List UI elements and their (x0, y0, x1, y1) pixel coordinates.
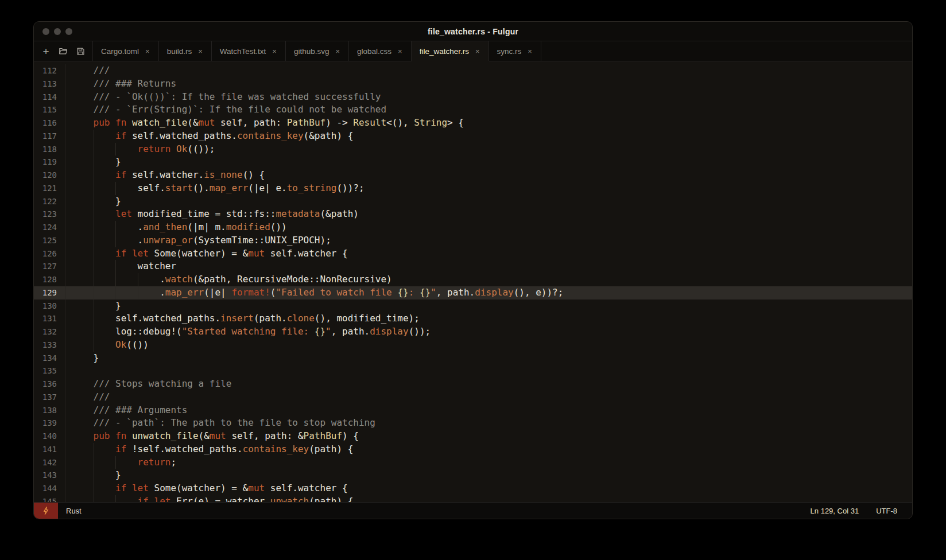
code-line[interactable]: 118 return Ok(()); (34, 143, 912, 156)
code-text: if self.watched_paths.contains_key(&path… (65, 130, 912, 143)
indent-guide (94, 234, 94, 247)
code-text: /// - `path`: The path to the file to st… (65, 417, 912, 430)
tab-build.rs[interactable]: build.rs× (159, 41, 212, 61)
line-number: 112 (34, 64, 65, 77)
indent-guide (94, 469, 94, 482)
indent-guide (94, 273, 94, 286)
code-line[interactable]: 141 if !self.watched_paths.contains_key(… (34, 443, 912, 456)
code-area[interactable]: 112 ///113 /// ### Returns114 /// - `Ok(… (34, 61, 912, 502)
save-icon (76, 47, 85, 56)
tab-close-icon[interactable]: × (145, 47, 150, 56)
close-window-button[interactable] (42, 28, 49, 35)
code-line[interactable]: 131 self.watched_paths.insert(path.clone… (34, 312, 912, 325)
code-line[interactable]: 132 log::debug!("Started watching file: … (34, 325, 912, 339)
tab-label: Cargo.toml (101, 47, 139, 56)
code-line[interactable]: 126 if let Some(watcher) = &mut self.wat… (34, 247, 912, 260)
tab-close-icon[interactable]: × (527, 47, 533, 56)
code-text: if let Some(watcher) = &mut self.watcher… (65, 482, 912, 495)
code-line[interactable]: 137 /// (34, 391, 912, 404)
code-line[interactable]: 134 } (34, 352, 912, 365)
code-line[interactable]: 136 /// Stops watching a file (34, 378, 912, 391)
new-tab-button[interactable]: + (37, 41, 55, 61)
line-number: 114 (34, 91, 65, 104)
code-line[interactable]: 119 } (34, 155, 912, 169)
tab-Cargo.toml[interactable]: Cargo.toml× (93, 41, 159, 61)
lightning-icon (41, 506, 51, 515)
language-badge[interactable] (34, 503, 58, 519)
cursor-position[interactable]: Ln 129, Col 31 (811, 507, 859, 515)
code-text: /// - `Ok(())`: If the file was watched … (65, 91, 912, 104)
tab-close-icon[interactable]: × (397, 47, 403, 56)
code-line[interactable]: 133 Ok(()) (34, 339, 912, 352)
code-line[interactable]: 127 watcher (34, 260, 912, 273)
code-line[interactable]: 121 self.start().map_err(|e| e.to_string… (34, 182, 912, 195)
indent-guide (138, 286, 138, 300)
code-line[interactable]: 128 .watch(&path, RecursiveMode::NonRecu… (34, 273, 912, 286)
line-number: 136 (34, 378, 65, 391)
code-line[interactable]: 123 let modified_time = std::fs::metadat… (34, 208, 912, 221)
line-number: 120 (34, 169, 65, 182)
line-number: 128 (34, 273, 65, 286)
code-text: .unwrap_or(SystemTime::UNIX_EPOCH); (65, 234, 912, 247)
code-line[interactable]: 139 /// - `path`: The path to the file t… (34, 417, 912, 430)
indent-guide (94, 182, 94, 195)
indent-guide (94, 300, 94, 313)
code-line[interactable]: 120 if self.watcher.is_none() { (34, 169, 912, 182)
code-line[interactable]: 115 /// - `Err(String)`: If the file cou… (34, 103, 912, 116)
line-number: 124 (34, 221, 65, 234)
open-file-button[interactable] (55, 41, 72, 61)
line-number: 126 (34, 247, 65, 260)
language-label[interactable]: Rust (66, 507, 82, 515)
code-line[interactable]: 142 return; (34, 456, 912, 469)
code-text: self.start().map_err(|e| e.to_string())?… (65, 182, 912, 195)
code-text: if let Err(e) = watcher.unwatch(path) { (65, 495, 912, 502)
line-number: 121 (34, 182, 65, 195)
minimize-window-button[interactable] (54, 28, 61, 35)
code-line[interactable]: 125 .unwrap_or(SystemTime::UNIX_EPOCH); (34, 234, 912, 247)
code-line[interactable]: 116 pub fn watch_file(&mut self, path: P… (34, 116, 912, 130)
tab-close-icon[interactable]: × (197, 47, 203, 56)
encoding-label[interactable]: UTF-8 (876, 507, 897, 515)
tab-close-icon[interactable]: × (335, 47, 340, 56)
code-line[interactable]: 112 /// (34, 64, 912, 77)
indent-guide (115, 260, 116, 273)
indent-guide (94, 208, 94, 221)
tab-sync.rs[interactable]: sync.rs× (489, 41, 541, 61)
line-number: 131 (34, 312, 65, 325)
code-line[interactable]: 113 /// ### Returns (34, 77, 912, 91)
code-line[interactable]: 143 } (34, 469, 912, 482)
indent-guide (115, 143, 116, 156)
tab-close-icon[interactable]: × (475, 47, 480, 56)
code-line[interactable]: 145 if let Err(e) = watcher.unwatch(path… (34, 495, 912, 502)
line-number: 144 (34, 482, 65, 495)
indent-guide (94, 169, 94, 182)
tab-github.svg[interactable]: github.svg× (286, 41, 349, 61)
save-file-button[interactable] (72, 41, 89, 61)
tab-global.css[interactable]: global.css× (349, 41, 412, 61)
code-line[interactable]: 140 pub fn unwatch_file(&mut self, path:… (34, 430, 912, 443)
tab-WatchTest.txt[interactable]: WatchTest.txt× (212, 41, 286, 61)
code-line[interactable]: 114 /// - `Ok(())`: If the file was watc… (34, 91, 912, 104)
line-number: 130 (34, 300, 65, 313)
code-line[interactable]: 144 if let Some(watcher) = &mut self.wat… (34, 482, 912, 495)
code-line[interactable]: 135 (34, 364, 912, 378)
indent-guide (94, 325, 94, 339)
zoom-window-button[interactable] (65, 28, 72, 35)
indent-guide (94, 286, 94, 300)
tab-file_watcher.rs[interactable]: file_watcher.rs× (412, 41, 489, 61)
tab-close-icon[interactable]: × (272, 47, 277, 56)
code-line[interactable]: 130 } (34, 300, 912, 313)
code-line[interactable]: 124 .and_then(|m| m.modified()) (34, 221, 912, 234)
traffic-lights (42, 22, 72, 41)
code-text: } (65, 352, 912, 365)
code-line[interactable]: 117 if self.watched_paths.contains_key(&… (34, 130, 912, 143)
tab-bar: + Cargo.toml×build.rs×WatchTest.txt×gith… (34, 41, 912, 61)
line-number: 116 (34, 116, 65, 130)
code-text: return; (65, 456, 912, 469)
tab-label: WatchTest.txt (220, 47, 266, 56)
code-line[interactable]: 122 } (34, 195, 912, 208)
code-text: pub fn watch_file(&mut self, path: PathB… (65, 116, 912, 130)
line-number: 139 (34, 417, 65, 430)
code-line[interactable]: 129 .map_err(|e| format!("Failed to watc… (34, 286, 912, 300)
code-line[interactable]: 138 /// ### Arguments (34, 404, 912, 417)
